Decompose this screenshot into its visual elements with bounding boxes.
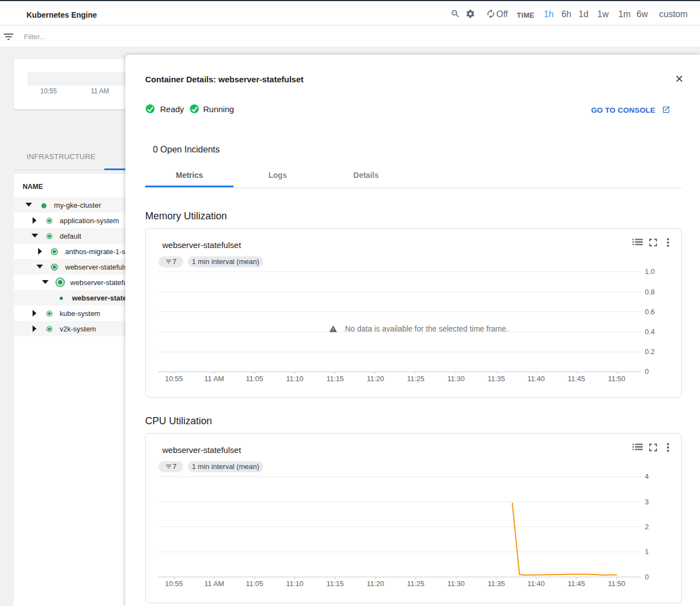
svg-text:0.6: 0.6 [645, 308, 655, 316]
svg-text:11:25: 11:25 [407, 375, 425, 383]
svg-text:11 AM: 11 AM [204, 375, 224, 383]
svg-text:11:25: 11:25 [407, 579, 425, 588]
svg-text:11 AM: 11 AM [204, 579, 224, 588]
svg-text:11:35: 11:35 [487, 375, 505, 383]
svg-text:3: 3 [645, 498, 649, 506]
svg-text:11:20: 11:20 [367, 579, 384, 588]
svg-text:11:10: 11:10 [286, 375, 304, 383]
svg-text:0.4: 0.4 [645, 328, 655, 336]
svg-text:0.8: 0.8 [645, 288, 655, 296]
svg-text:11:50: 11:50 [608, 375, 625, 383]
svg-text:0: 0 [645, 367, 649, 376]
svg-text:11:15: 11:15 [326, 375, 344, 383]
svg-text:11:45: 11:45 [568, 579, 585, 588]
svg-text:11:35: 11:35 [487, 579, 505, 588]
svg-text:1.0: 1.0 [645, 267, 655, 276]
svg-text:11:40: 11:40 [527, 579, 545, 588]
svg-text:No data is available for the s: No data is available for the selected ti… [345, 324, 508, 333]
svg-text:11:50: 11:50 [608, 579, 625, 588]
svg-text:11:05: 11:05 [246, 579, 263, 588]
svg-text:11:20: 11:20 [367, 375, 384, 383]
svg-text:11:05: 11:05 [246, 375, 263, 383]
svg-text:1: 1 [645, 547, 649, 556]
svg-text:11:40: 11:40 [527, 375, 545, 383]
svg-text:11:30: 11:30 [447, 579, 465, 588]
svg-text:11:10: 11:10 [286, 579, 304, 588]
svg-text:10:55: 10:55 [165, 579, 183, 588]
svg-text:11:15: 11:15 [326, 579, 344, 588]
svg-text:11:30: 11:30 [447, 375, 465, 383]
svg-text:0.2: 0.2 [645, 347, 655, 356]
svg-text:11:45: 11:45 [568, 375, 585, 383]
svg-text:4: 4 [645, 472, 649, 481]
svg-text:10:55: 10:55 [165, 375, 183, 383]
svg-text:0: 0 [645, 573, 649, 581]
svg-text:2: 2 [645, 523, 649, 531]
